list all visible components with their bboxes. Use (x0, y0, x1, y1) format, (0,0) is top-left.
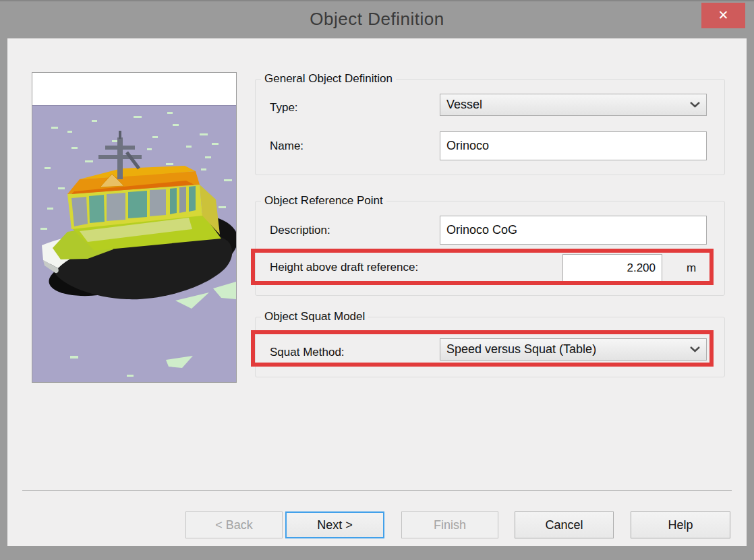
name-input[interactable] (440, 131, 707, 160)
description-input[interactable] (440, 216, 707, 245)
height-above-draft-label: Height above draft reference: (270, 261, 418, 274)
type-dropdown[interactable]: Vessel (440, 94, 707, 116)
name-label: Name: (270, 139, 303, 153)
type-label: Type: (270, 101, 298, 115)
squat-method-label: Squat Method: (270, 346, 345, 359)
titlebar: Object Definition ✕ (0, 1, 754, 38)
vessel-preview-image (32, 72, 237, 383)
close-icon: ✕ (718, 8, 729, 22)
type-dropdown-value: Vessel (446, 98, 482, 112)
chevron-down-icon (690, 346, 700, 352)
dialog-content: General Object Definition Type: Vessel N… (7, 38, 747, 546)
height-above-draft-input[interactable] (562, 254, 662, 282)
cancel-button[interactable]: Cancel (515, 511, 614, 538)
button-separator (22, 490, 732, 491)
vessel-3d-render (32, 73, 236, 382)
object-definition-dialog: Object Definition ✕ (0, 0, 754, 560)
dialog-title: Object Definition (0, 1, 754, 36)
next-button[interactable]: Next > (285, 511, 384, 538)
group-title-squat: Object Squat Model (261, 310, 368, 323)
description-label: Description: (270, 224, 330, 237)
group-title-general: General Object Definition (261, 72, 396, 86)
group-title-reference: Object Reference Point (261, 194, 386, 208)
squat-method-dropdown-value: Speed versus Squat (Table) (446, 342, 596, 356)
help-button[interactable]: Help (631, 511, 730, 538)
height-unit-label: m (687, 261, 696, 275)
close-button[interactable]: ✕ (701, 3, 745, 28)
finish-button[interactable]: Finish (401, 511, 498, 538)
squat-method-dropdown[interactable]: Speed versus Squat (Table) (440, 338, 707, 361)
chevron-down-icon (690, 102, 700, 108)
back-button[interactable]: < Back (185, 511, 283, 538)
